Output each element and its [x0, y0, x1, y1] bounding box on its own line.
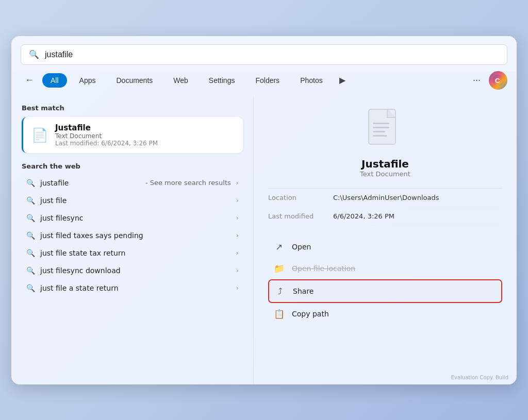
filter-settings[interactable]: Settings	[201, 73, 243, 88]
open-label: Open	[292, 243, 311, 251]
filter-apps[interactable]: Apps	[71, 73, 104, 88]
meta-modified-row: Last modified 6/6/2024, 3:26 PM	[268, 207, 502, 226]
watermark: Evaluation Copy. Build	[451, 375, 508, 380]
chevron-6: ›	[236, 284, 239, 292]
location-value: C:\Users\AdminUser\Downloads	[333, 194, 439, 201]
right-panel: Justafile Text Document Location C:\User…	[254, 96, 517, 384]
copy-path-label: Copy path	[292, 310, 329, 318]
best-match-modified: Last modified: 6/6/2024, 3:26 PM	[55, 140, 158, 147]
modified-value: 6/6/2024, 3:26 PM	[333, 212, 394, 220]
chevron-1: ›	[236, 196, 239, 204]
chevron-0: ›	[236, 179, 239, 187]
modified-label: Last modified	[268, 212, 325, 220]
share-label: Share	[293, 287, 314, 295]
play-button[interactable]: ▶	[335, 73, 350, 87]
detail-type: Text Document	[360, 170, 410, 178]
best-match-text: Justafile Text Document Last modified: 6…	[55, 123, 158, 147]
action-open[interactable]: ↗ Open	[268, 236, 502, 258]
search-bar-row: 🔍	[11, 36, 517, 71]
search-icon-1: 🔍	[26, 196, 35, 205]
filter-folders[interactable]: Folders	[247, 73, 288, 88]
search-icon-0: 🔍	[26, 179, 35, 187]
search-icon-3: 🔍	[26, 231, 35, 240]
left-panel: Best match 📄 Justafile Text Document Las…	[11, 96, 254, 384]
filter-photos[interactable]: Photos	[292, 73, 331, 88]
web-query-5: just filesync download	[40, 266, 231, 275]
detail-title: Justafile	[361, 158, 409, 170]
action-list: ↗ Open 📁 Open file location ⤴ Share 📋 Co…	[268, 236, 502, 325]
copy-path-icon: 📋	[273, 309, 285, 319]
search-icon: 🔍	[28, 49, 40, 60]
web-query-1: just file	[40, 196, 231, 205]
web-result-3[interactable]: 🔍 just filed taxes says pending ›	[22, 227, 243, 244]
copilot-icon[interactable]: C	[489, 71, 507, 90]
file-icon-large	[367, 108, 404, 152]
web-query-0: justafile	[40, 179, 140, 187]
web-search-label: Search the web	[22, 162, 243, 170]
web-result-6[interactable]: 🔍 just file a state return ›	[22, 279, 243, 297]
web-result-2[interactable]: 🔍 just filesync ›	[22, 209, 243, 227]
action-open-location[interactable]: 📁 Open file location	[268, 258, 502, 279]
svg-rect-6	[373, 135, 387, 137]
filter-documents[interactable]: Documents	[108, 73, 161, 88]
svg-text:C: C	[495, 77, 500, 85]
action-copy-path[interactable]: 📋 Copy path	[268, 303, 502, 325]
filter-all[interactable]: All	[42, 73, 67, 88]
location-label: Location	[268, 194, 325, 201]
open-icon: ↗	[273, 242, 285, 252]
see-more-0: - See more search results	[145, 179, 231, 187]
best-match-label: Best match	[22, 104, 243, 112]
svg-rect-3	[373, 123, 389, 124]
svg-rect-4	[373, 127, 389, 128]
file-icon-small: 📄	[30, 126, 49, 144]
search-icon-4: 🔍	[26, 249, 35, 257]
meta-table: Location C:\Users\AdminUser\Downloads La…	[268, 188, 502, 226]
web-result-1[interactable]: 🔍 just file ›	[22, 192, 243, 209]
chevron-4: ›	[236, 249, 239, 257]
meta-location-row: Location C:\Users\AdminUser\Downloads	[268, 189, 502, 207]
share-icon: ⤴	[274, 286, 286, 296]
web-result-5[interactable]: 🔍 just filesync download ›	[22, 262, 243, 279]
best-match-name: Justafile	[55, 123, 158, 132]
back-button[interactable]: ←	[21, 73, 38, 88]
search-input[interactable]	[45, 50, 500, 59]
best-match-type: Text Document	[55, 132, 158, 140]
chevron-3: ›	[236, 231, 239, 239]
filter-web[interactable]: Web	[165, 73, 196, 88]
web-results: 🔍 justafile - See more search results › …	[22, 174, 243, 297]
web-query-4: just file state tax return	[40, 249, 231, 257]
web-result-0[interactable]: 🔍 justafile - See more search results ›	[22, 174, 243, 192]
best-match-item[interactable]: 📄 Justafile Text Document Last modified:…	[22, 117, 243, 153]
chevron-2: ›	[236, 214, 239, 222]
web-result-4[interactable]: 🔍 just file state tax return ›	[22, 244, 243, 262]
action-share[interactable]: ⤴ Share	[268, 279, 502, 303]
svg-rect-5	[373, 131, 385, 132]
search-icon-2: 🔍	[26, 214, 35, 222]
more-button[interactable]: ···	[469, 73, 485, 88]
open-location-icon: 📁	[273, 263, 285, 274]
open-location-label: Open file location	[292, 264, 355, 273]
body-row: Best match 📄 Justafile Text Document Las…	[11, 96, 517, 384]
search-icon-5: 🔍	[26, 266, 35, 275]
search-icon-6: 🔍	[26, 284, 35, 292]
chevron-5: ›	[236, 266, 239, 274]
web-query-3: just filed taxes says pending	[40, 231, 231, 240]
filter-row: ← All Apps Documents Web Settings Folder…	[11, 71, 517, 96]
web-query-6: just file a state return	[40, 284, 231, 292]
search-bar: 🔍	[21, 44, 507, 65]
web-query-2: just filesync	[40, 214, 231, 222]
